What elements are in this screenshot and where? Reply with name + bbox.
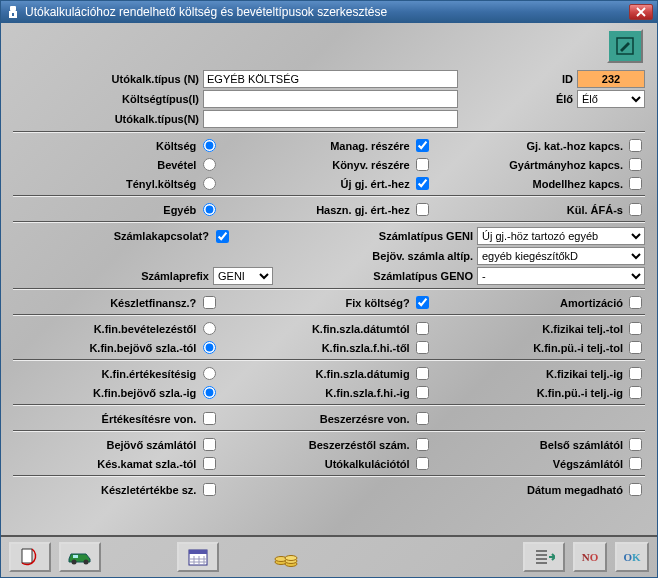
field-label: Belső számlától [440,439,627,451]
checkbox-k-fizikai-telj-ig[interactable] [629,367,642,380]
field-label: K.fin.bejövő szla.-ig [13,387,200,399]
checkbox-beszerz-sre-von-[interactable] [416,412,429,425]
svg-rect-0 [10,6,16,11]
toolbar-list-button[interactable] [523,542,565,572]
radio-k-lts-g[interactable] [203,139,216,152]
utokalk-tipus-n-input[interactable] [203,70,458,88]
field-label: Készletértékbe sz. [13,484,200,496]
field-label: Költség [13,140,200,152]
toolbar-coins-button[interactable] [265,542,307,572]
radio-k-fin-bev-telez-st-l[interactable] [203,322,216,335]
radio-t-nyl-k-lts-g[interactable] [203,177,216,190]
checkbox-k-szlet-rt-kbe-sz-[interactable] [203,483,216,496]
checkbox-k-fin-szla-f-hi-t-l[interactable] [416,341,429,354]
app-icon [5,4,21,20]
checkbox-amortiz-ci-[interactable] [629,296,642,309]
radio-bev-tel[interactable] [203,158,216,171]
svg-point-5 [84,560,89,565]
checkbox-bels-sz-ml-t-l[interactable] [629,438,642,451]
koltsegtipus-input[interactable] [203,90,458,108]
checkbox-manag-r-sz-re[interactable] [416,139,429,152]
field-label: Végszámlától [440,458,627,470]
checkbox-gy-rtm-nyhoz-kapcs-[interactable] [629,158,642,171]
checkbox-k-nyv-r-sz-re[interactable] [416,158,429,171]
checkbox-d-tum-megadhat-[interactable] [629,483,642,496]
field-label: Beszerzéstől szám. [226,439,413,451]
radio-k-fin-bej-v-szla-ig[interactable] [203,386,216,399]
field-label: Könyv. részére [226,159,413,171]
szamlatipus-geno-label: Számlatípus GENO [337,270,477,282]
radio-k-fin-rt-kes-t-sig[interactable] [203,367,216,380]
szamlaprefix-select[interactable]: GENI [213,267,273,285]
checkbox--rt-kes-t-sre-von-[interactable] [203,412,216,425]
field-label: Amortizáció [440,297,627,309]
id-label: ID [557,73,577,85]
field-label: Haszn. gj. ért.-hez [226,204,413,216]
checkbox-ut-kalkul-ci-t-l[interactable] [416,457,429,470]
checkbox--j-gj-rt-hez[interactable] [416,177,429,190]
checkbox-k-fin-p-i-telj-ig[interactable] [629,386,642,399]
checkbox-k-l-f-s[interactable] [629,203,642,216]
elo-select[interactable]: Élő [577,90,645,108]
toolbar-document-button[interactable] [9,542,51,572]
svg-rect-6 [73,555,78,558]
checkbox-k-s-kamat-szla-t-l[interactable] [203,457,216,470]
field-label: K.fin.szla.dátumig [226,368,413,380]
checkbox-haszn-gj-rt-hez[interactable] [416,203,429,216]
field-label: Bejövő számlától [13,439,200,451]
id-value: 232 [577,70,645,88]
edit-button[interactable] [607,29,643,63]
szamlatipus-geno-select[interactable]: - [477,267,645,285]
checkbox-k-fin-p-i-telj-tol[interactable] [629,341,642,354]
field-label: Fix költség? [226,297,413,309]
field-label: Értékesítésre von. [13,413,200,425]
field-label: K.fin.szla.f.hi.-ig [226,387,413,399]
szamlakapcsolat-checkbox[interactable] [216,230,229,243]
radio-k-fin-bej-v-szla-t-l[interactable] [203,341,216,354]
window-title: Utókalkulációhoz rendelhető költség és b… [25,5,629,19]
checkbox-fix-k-lts-g-[interactable] [416,296,429,309]
koltsegtipus-label: Költségtípus(I) [13,93,203,105]
field-label: K.fin.bejövő szla.-tól [13,342,200,354]
field-label: K.fizikai telj.-ig [440,368,627,380]
checkbox-k-fin-szla-d-tumt-l[interactable] [416,322,429,335]
checkbox-beszerz-st-l-sz-m-[interactable] [416,438,429,451]
field-label: K.fin.értékesítésig [13,368,200,380]
checkbox-gj-kat-hoz-kapcs-[interactable] [629,139,642,152]
field-label: Gyártmányhoz kapcs. [440,159,627,171]
szamlatipus-geni-select[interactable]: Új gj.-höz tartozó egyéb [477,227,645,245]
svg-rect-2 [12,13,14,16]
radio-egy-b[interactable] [203,203,216,216]
field-label: Kül. ÁFÁ-s [440,204,627,216]
svg-point-4 [72,560,77,565]
field-label: Modellhez kapcs. [440,178,627,190]
field-label: Manag. részére [226,140,413,152]
field-label: Beszerzésre von. [226,413,413,425]
utokalk-tipus-name-input[interactable] [203,110,458,128]
field-label: K.fin.szla.dátumtól [226,323,413,335]
checkbox-k-szletfinansz-[interactable] [203,296,216,309]
field-label: Készletfinansz.? [13,297,200,309]
field-label: K.fin.pü.-i telj.-tol [440,342,627,354]
field-label: Tényl.költség [13,178,200,190]
checkbox-bej-v-sz-ml-t-l[interactable] [203,438,216,451]
checkbox-v-gsz-ml-t-l[interactable] [629,457,642,470]
checkbox-k-fin-szla-d-tumig[interactable] [416,367,429,380]
bejov-altip-label: Bejöv. számla altíp. [337,250,477,262]
field-label: K.fin.szla.f.hi.-től [226,342,413,354]
checkbox-k-fizikai-telj-tol[interactable] [629,322,642,335]
szamlakapcsolat-label: Számlakapcsolat? [13,230,213,242]
checkbox-modellhez-kapcs-[interactable] [629,177,642,190]
toolbar-calendar-button[interactable] [177,542,219,572]
toolbar-car-button[interactable] [59,542,101,572]
no-button[interactable]: NO [573,542,607,572]
field-label: Utókalkulációtól [226,458,413,470]
close-button[interactable] [629,4,653,20]
svg-point-18 [285,556,297,561]
ok-button[interactable]: OK [615,542,649,572]
field-label: K.fizikai telj.-tol [440,323,627,335]
field-label: Új gj. ért.-hez [226,178,413,190]
bejov-altip-select[interactable]: egyéb kiegészítőkD [477,247,645,265]
checkbox-k-fin-szla-f-hi-ig[interactable] [416,386,429,399]
field-label: Gj. kat.-hoz kapcs. [440,140,627,152]
